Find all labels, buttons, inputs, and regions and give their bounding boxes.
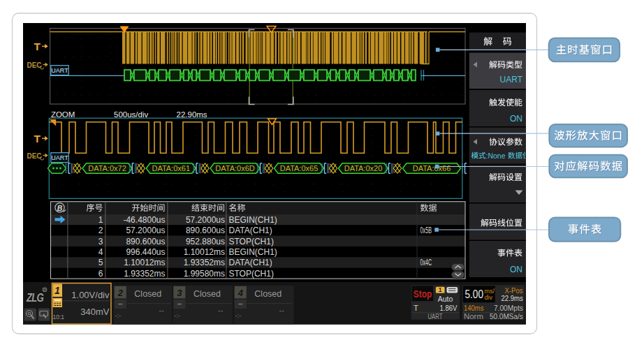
svg-text:22.90ms: 22.90ms bbox=[177, 110, 207, 119]
svg-text:T: T bbox=[414, 304, 418, 312]
svg-text:--: -- bbox=[279, 306, 284, 314]
svg-text:1: 1 bbox=[54, 285, 60, 296]
svg-text:DATA:0x72: DATA:0x72 bbox=[88, 164, 126, 172]
svg-text:1.93352ms: 1.93352ms bbox=[184, 258, 225, 267]
svg-text:DATA(CH1): DATA(CH1) bbox=[229, 258, 272, 267]
svg-text:UART: UART bbox=[51, 67, 68, 74]
svg-text:ZLG: ZLG bbox=[26, 291, 44, 304]
svg-text:2: 2 bbox=[98, 226, 103, 235]
svg-text:--: -- bbox=[218, 306, 224, 314]
svg-text:4: 4 bbox=[237, 288, 244, 298]
svg-text:ON: ON bbox=[510, 114, 522, 124]
svg-text:DATA:0x61: DATA:0x61 bbox=[152, 164, 190, 172]
svg-text:-46.4800us: -46.4800us bbox=[123, 215, 165, 225]
svg-text:-:-: -:- bbox=[174, 312, 180, 319]
svg-text:57.2000us: 57.2000us bbox=[186, 215, 225, 225]
svg-text:57.2000us: 57.2000us bbox=[126, 226, 165, 235]
svg-text:DATA:0x66: DATA:0x66 bbox=[413, 164, 451, 172]
svg-text:DATA(CH1): DATA(CH1) bbox=[229, 226, 272, 235]
svg-text:5.00: 5.00 bbox=[465, 288, 484, 301]
svg-text:ON: ON bbox=[510, 265, 522, 274]
svg-text:996.440us: 996.440us bbox=[126, 247, 165, 257]
svg-text:BEGIN(CH1): BEGIN(CH1) bbox=[229, 247, 277, 257]
svg-text:-:-: -:- bbox=[235, 312, 242, 319]
svg-text:--: -- bbox=[159, 306, 164, 314]
svg-text:Norm: Norm bbox=[464, 312, 483, 321]
svg-text:div: div bbox=[485, 294, 493, 301]
svg-text:1.10012ms: 1.10012ms bbox=[124, 258, 165, 267]
svg-text:Closed: Closed bbox=[134, 289, 161, 299]
svg-text:1.10012ms: 1.10012ms bbox=[184, 247, 225, 257]
svg-text:DATA:0x6D: DATA:0x6D bbox=[215, 164, 254, 172]
svg-text:3: 3 bbox=[98, 237, 103, 246]
svg-text:890.600us: 890.600us bbox=[186, 226, 225, 235]
svg-text:1.86V: 1.86V bbox=[440, 304, 458, 312]
svg-text:R: R bbox=[43, 288, 46, 292]
svg-text:50.0MSa/s: 50.0MSa/s bbox=[490, 312, 523, 321]
svg-text:DATA:0x65: DATA:0x65 bbox=[280, 164, 319, 172]
svg-text:1.93352ms: 1.93352ms bbox=[124, 269, 165, 279]
svg-text:T: T bbox=[34, 133, 41, 145]
svg-text:BEGIN(CH1): BEGIN(CH1) bbox=[229, 215, 277, 225]
svg-text:B: B bbox=[57, 204, 63, 212]
svg-text:0x5B: 0x5B bbox=[420, 226, 432, 235]
svg-text:2: 2 bbox=[117, 288, 124, 298]
svg-text:1: 1 bbox=[98, 215, 103, 225]
svg-text:952.880us: 952.880us bbox=[186, 237, 225, 246]
svg-text:500us/div: 500us/div bbox=[114, 110, 148, 119]
svg-text:10:1: 10:1 bbox=[53, 314, 65, 321]
svg-text:-:-: -:- bbox=[115, 312, 122, 319]
svg-text:1: 1 bbox=[439, 286, 442, 293]
svg-text:Closed: Closed bbox=[193, 289, 221, 299]
svg-text:UART: UART bbox=[500, 75, 523, 84]
svg-text:6: 6 bbox=[98, 269, 103, 279]
svg-text:DATA:0x20: DATA:0x20 bbox=[344, 164, 383, 172]
svg-text:3: 3 bbox=[177, 288, 182, 298]
svg-text:X-Pos: X-Pos bbox=[505, 286, 523, 295]
svg-text:0x4C: 0x4C bbox=[420, 258, 432, 267]
svg-text:UART: UART bbox=[51, 154, 68, 161]
svg-text:22.9ms: 22.9ms bbox=[501, 294, 523, 302]
svg-text:5: 5 bbox=[98, 258, 103, 267]
svg-text:DEC: DEC bbox=[27, 152, 42, 160]
svg-text:ZOOM: ZOOM bbox=[51, 110, 75, 119]
svg-text:890.600us: 890.600us bbox=[126, 237, 165, 246]
svg-text:T: T bbox=[34, 40, 41, 52]
svg-text::None: :None bbox=[486, 152, 506, 160]
svg-text:7.00Mpts: 7.00Mpts bbox=[494, 304, 523, 312]
svg-text:STOP(CH1): STOP(CH1) bbox=[229, 237, 274, 246]
svg-text:UART: UART bbox=[428, 312, 443, 321]
svg-text:Auto: Auto bbox=[438, 295, 453, 303]
svg-text:1.99580ms: 1.99580ms bbox=[184, 269, 225, 279]
svg-text:340mV: 340mV bbox=[80, 307, 110, 317]
svg-text:DEC: DEC bbox=[27, 61, 42, 69]
svg-text:140ms: 140ms bbox=[464, 304, 484, 312]
svg-text:Closed: Closed bbox=[254, 289, 281, 299]
svg-text:1.00V/div: 1.00V/div bbox=[71, 290, 110, 300]
svg-text:STOP(CH1): STOP(CH1) bbox=[229, 269, 274, 279]
svg-text:4: 4 bbox=[98, 247, 103, 257]
svg-text:Stop: Stop bbox=[414, 288, 432, 300]
